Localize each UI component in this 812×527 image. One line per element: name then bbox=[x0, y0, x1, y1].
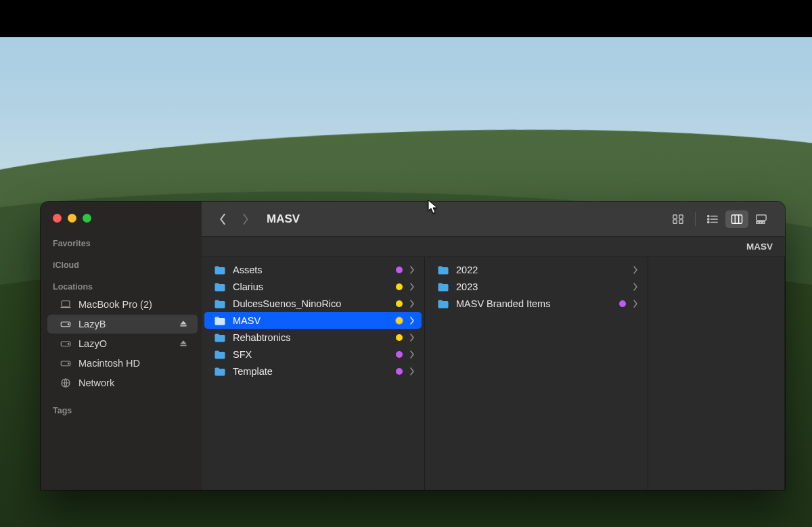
list-item[interactable]: Assets bbox=[204, 261, 422, 278]
folder-icon bbox=[437, 282, 449, 292]
svg-rect-10 bbox=[673, 214, 677, 218]
sidebar-section-icloud[interactable]: iCloud bbox=[41, 256, 202, 273]
eject-icon[interactable] bbox=[179, 319, 188, 329]
sidebar-item-network[interactable]: Network bbox=[47, 373, 198, 392]
list-item-label: SFX bbox=[233, 349, 389, 360]
toolbar-title: MASV bbox=[267, 212, 300, 226]
window-controls bbox=[41, 211, 202, 235]
svg-rect-21 bbox=[763, 221, 765, 223]
close-button[interactable] bbox=[53, 214, 62, 223]
drive-icon bbox=[60, 318, 72, 330]
list-item-label: 2022 bbox=[456, 265, 626, 275]
view-icon-button[interactable] bbox=[667, 210, 690, 228]
folder-icon bbox=[437, 265, 449, 275]
zoom-button[interactable] bbox=[83, 214, 91, 223]
chevron-right-icon bbox=[633, 283, 638, 291]
folder-icon bbox=[214, 333, 226, 342]
svg-rect-20 bbox=[759, 221, 761, 223]
folder-icon bbox=[214, 367, 226, 376]
yellow-tag-icon bbox=[396, 300, 403, 307]
drive-icon bbox=[60, 357, 72, 369]
svg-rect-17 bbox=[731, 214, 742, 223]
folder-icon bbox=[214, 282, 226, 292]
purple-tag-icon bbox=[396, 351, 403, 358]
list-item-label: Assets bbox=[233, 265, 389, 275]
chevron-right-icon bbox=[409, 350, 415, 359]
chevron-right-icon bbox=[409, 300, 415, 308]
list-item-label: Template bbox=[233, 366, 389, 377]
list-item[interactable]: Rehabtronics bbox=[204, 329, 422, 346]
purple-tag-icon bbox=[396, 267, 403, 273]
sidebar-item-label: LazyO bbox=[78, 338, 172, 349]
list-item[interactable]: SFX bbox=[204, 346, 422, 363]
folder-icon bbox=[437, 299, 449, 308]
sidebar-item-lazyb[interactable]: LazyB bbox=[47, 315, 198, 334]
chevron-right-icon bbox=[409, 317, 415, 325]
list-item[interactable]: 2023 bbox=[428, 278, 645, 295]
chevron-right-icon bbox=[633, 266, 638, 274]
desktop-wallpaper: Favorites iCloud Locations MacBook Pro (… bbox=[0, 37, 812, 490]
pathbar-current[interactable]: MASV bbox=[746, 242, 773, 252]
sidebar-item-label: Network bbox=[78, 377, 188, 388]
sidebar-item-macbook-pro[interactable]: MacBook Pro (2) bbox=[47, 295, 198, 314]
finder-column-2: 20222023MASV Branded Items bbox=[425, 257, 648, 490]
view-column-button[interactable] bbox=[725, 210, 748, 228]
chevron-right-icon bbox=[409, 334, 415, 342]
folder-icon bbox=[214, 265, 226, 275]
svg-rect-12 bbox=[673, 219, 677, 223]
svg-rect-13 bbox=[679, 219, 683, 223]
svg-point-14 bbox=[708, 215, 709, 216]
folder-icon bbox=[214, 299, 226, 308]
sidebar-section-favorites[interactable]: Favorites bbox=[41, 235, 202, 251]
list-item[interactable]: MASV Branded Items bbox=[428, 295, 645, 312]
svg-rect-19 bbox=[757, 221, 759, 223]
mouse-cursor-icon bbox=[428, 200, 438, 214]
svg-rect-18 bbox=[757, 214, 766, 220]
svg-rect-3 bbox=[180, 325, 186, 327]
chevron-right-icon bbox=[633, 300, 638, 308]
svg-point-15 bbox=[708, 218, 709, 219]
list-item[interactable]: MASV bbox=[204, 312, 422, 329]
forward-button[interactable] bbox=[237, 210, 254, 228]
list-item-label: MASV bbox=[233, 315, 389, 326]
finder-pathbar: MASV bbox=[202, 237, 785, 257]
sidebar-section-locations[interactable]: Locations bbox=[41, 278, 202, 294]
folder-icon bbox=[214, 350, 226, 359]
finder-sidebar: Favorites iCloud Locations MacBook Pro (… bbox=[41, 202, 202, 490]
list-item-label: DulcesSuenos_NinoRico bbox=[233, 298, 389, 309]
list-item[interactable]: 2022 bbox=[428, 261, 645, 278]
list-item-label: MASV Branded Items bbox=[456, 298, 612, 309]
sidebar-item-label: Macintosh HD bbox=[78, 358, 188, 369]
list-item[interactable]: Template bbox=[204, 363, 422, 380]
svg-rect-6 bbox=[180, 345, 186, 346]
sidebar-item-macintosh-hd[interactable]: Macintosh HD bbox=[47, 354, 198, 373]
svg-rect-11 bbox=[679, 214, 683, 218]
eject-icon[interactable] bbox=[179, 339, 188, 348]
drive-icon bbox=[60, 338, 72, 350]
list-item[interactable]: Clarius bbox=[204, 278, 422, 295]
sidebar-item-label: MacBook Pro (2) bbox=[78, 299, 188, 310]
letterbox-top bbox=[0, 0, 812, 37]
purple-tag-icon bbox=[619, 300, 626, 307]
back-button[interactable] bbox=[214, 210, 231, 228]
finder-column-3 bbox=[648, 257, 785, 490]
list-item-label: Clarius bbox=[233, 281, 389, 292]
yellow-tag-icon bbox=[396, 283, 403, 290]
sidebar-section-tags[interactable]: Tags bbox=[41, 402, 202, 418]
finder-column-1: AssetsClariusDulcesSuenos_NinoRicoMASVRe… bbox=[202, 257, 425, 490]
sidebar-item-label: LazyB bbox=[78, 319, 172, 329]
svg-point-2 bbox=[68, 324, 69, 325]
laptop-icon bbox=[60, 298, 72, 311]
chevron-right-icon bbox=[409, 367, 415, 375]
view-list-button[interactable] bbox=[701, 210, 724, 228]
sidebar-item-lazyo[interactable]: LazyO bbox=[47, 334, 198, 353]
list-item[interactable]: DulcesSuenos_NinoRico bbox=[204, 295, 422, 312]
list-item-label: Rehabtronics bbox=[233, 332, 389, 343]
minimize-button[interactable] bbox=[68, 214, 76, 223]
finder-window: Favorites iCloud Locations MacBook Pro (… bbox=[41, 202, 785, 490]
folder-icon bbox=[214, 316, 226, 325]
purple-tag-icon bbox=[396, 368, 403, 375]
toolbar-separator bbox=[695, 212, 696, 226]
yellow-tag-icon bbox=[396, 334, 403, 341]
view-gallery-button[interactable] bbox=[750, 210, 773, 228]
